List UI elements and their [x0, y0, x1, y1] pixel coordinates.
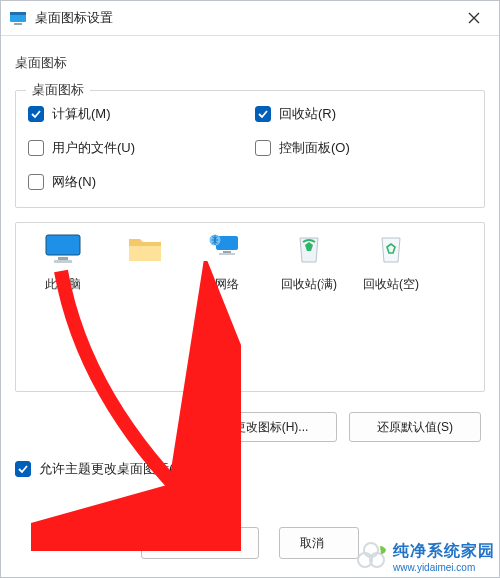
- checkbox-label: 控制面板(O): [279, 139, 350, 157]
- icon-item-recycle-full[interactable]: 回收站(满): [268, 233, 350, 293]
- watermark-url: www.yidaimei.com: [393, 562, 495, 573]
- button-label: 还原默认值(S): [377, 419, 453, 436]
- check-icon: [15, 461, 31, 477]
- watermark: 纯净系统家园 www.yidaimei.com: [355, 538, 495, 575]
- check-icon: [255, 106, 271, 122]
- svg-rect-8: [223, 251, 231, 253]
- group-legend: 桌面图标: [26, 81, 90, 99]
- network-icon: [208, 233, 246, 268]
- dialog-window: 桌面图标设置 桌面图标 桌面图标 计算机(M) 回收站(R) 用户的文件(U): [0, 0, 500, 578]
- checkbox-userfiles[interactable]: 用户的文件(U): [28, 139, 245, 157]
- ok-button[interactable]: 确定: [141, 527, 259, 559]
- icon-label: 网络: [215, 276, 239, 293]
- dialog-title: 桌面图标设置: [35, 9, 457, 27]
- button-label: 确定: [188, 535, 212, 552]
- cancel-button[interactable]: 取消: [279, 527, 359, 559]
- change-icon-button[interactable]: 更改图标(H)...: [205, 412, 337, 442]
- restore-defaults-button[interactable]: 还原默认值(S): [349, 412, 481, 442]
- watermark-logo-icon: [355, 538, 389, 575]
- checkbox-computer[interactable]: 计算机(M): [28, 105, 245, 123]
- icon-item-network[interactable]: 网络: [186, 233, 268, 293]
- desktop-icons-group: 桌面图标 计算机(M) 回收站(R) 用户的文件(U) 控制面板(O): [15, 90, 485, 208]
- svg-rect-5: [58, 257, 68, 260]
- button-label: 取消: [300, 535, 324, 552]
- icon-preview-box: 此电脑 网络 回收: [15, 222, 485, 392]
- checkbox-control[interactable]: 控制面板(O): [255, 139, 472, 157]
- check-icon: [255, 140, 271, 156]
- checkbox-label: 计算机(M): [52, 105, 111, 123]
- app-icon: [9, 9, 27, 27]
- watermark-title: 纯净系统家园: [393, 541, 495, 562]
- section-label: 桌面图标: [15, 54, 485, 72]
- icon-item-recycle-empty[interactable]: 回收站(空): [350, 233, 432, 293]
- checkbox-recycle[interactable]: 回收站(R): [255, 105, 472, 123]
- checkbox-label: 用户的文件(U): [52, 139, 135, 157]
- checkbox-label: 网络(N): [52, 173, 96, 191]
- folder-icon: [126, 233, 164, 268]
- check-icon: [28, 140, 44, 156]
- close-button[interactable]: [457, 1, 491, 35]
- svg-rect-3: [46, 235, 80, 255]
- checkbox-allow-theme[interactable]: 允许主题更改桌面图标(L): [15, 460, 485, 478]
- checkbox-network[interactable]: 网络(N): [28, 173, 245, 191]
- svg-rect-6: [54, 260, 72, 263]
- checkbox-label: 回收站(R): [279, 105, 336, 123]
- svg-rect-2: [14, 23, 22, 25]
- checkbox-label: 允许主题更改桌面图标(L): [39, 460, 185, 478]
- monitor-icon: [44, 233, 82, 268]
- recycle-empty-icon: [372, 233, 410, 268]
- icon-item-this-pc[interactable]: 此电脑: [22, 233, 104, 293]
- icon-label: 此电脑: [45, 276, 81, 293]
- icon-item-folder[interactable]: [104, 233, 186, 293]
- check-icon: [28, 174, 44, 190]
- icon-label: 回收站(满): [281, 276, 337, 293]
- check-icon: [28, 106, 44, 122]
- button-label: 更改图标(H)...: [234, 419, 309, 436]
- svg-rect-9: [219, 253, 235, 255]
- icon-label: 回收站(空): [363, 276, 419, 293]
- titlebar: 桌面图标设置: [1, 1, 499, 36]
- svg-rect-1: [10, 12, 26, 15]
- recycle-full-icon: [290, 233, 328, 268]
